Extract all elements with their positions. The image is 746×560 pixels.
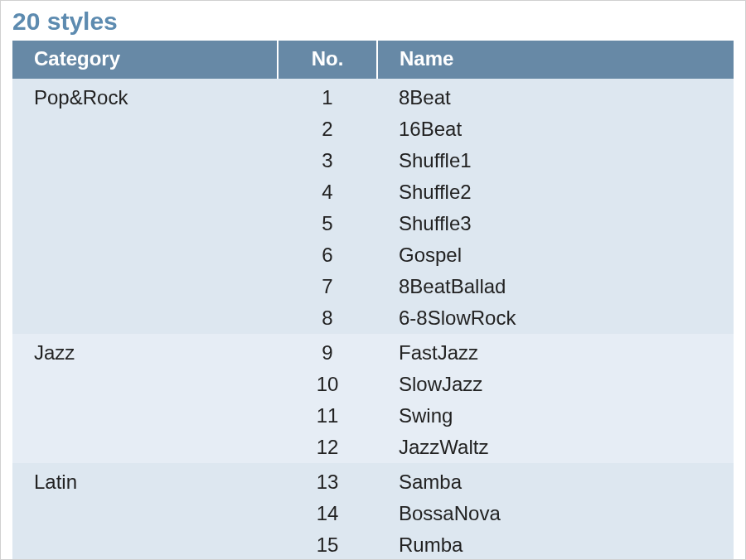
table-row: 12JazzWaltz [12, 432, 734, 463]
cell-name: Samba [377, 463, 734, 498]
cell-no: 11 [278, 400, 377, 432]
cell-no: 13 [278, 463, 377, 498]
styles-table: Category No. Name Pop&Rock18Beat216Beat3… [12, 41, 734, 560]
cell-name: SlowJazz [377, 369, 734, 400]
cell-category [12, 271, 278, 302]
cell-no: 12 [278, 432, 377, 463]
table-row: 3Shuffle1 [12, 145, 734, 176]
cell-no: 3 [278, 145, 377, 176]
cell-category [12, 145, 278, 176]
table-row: 4Shuffle2 [12, 176, 734, 208]
cell-no: 15 [278, 529, 377, 560]
cell-no: 1 [278, 79, 377, 113]
cell-category: Pop&Rock [12, 79, 278, 113]
cell-category [12, 498, 278, 529]
col-header-no: No. [278, 41, 377, 79]
cell-no: 7 [278, 271, 377, 302]
cell-category [12, 176, 278, 208]
table-row: 216Beat [12, 113, 734, 145]
cell-category [12, 113, 278, 145]
cell-category [12, 208, 278, 239]
table-row: 6Gospel [12, 239, 734, 271]
cell-name: 8Beat [377, 79, 734, 113]
cell-category: Jazz [12, 334, 278, 369]
cell-no: 10 [278, 369, 377, 400]
cell-no: 6 [278, 239, 377, 271]
col-header-name: Name [377, 41, 734, 79]
cell-name: Shuffle3 [377, 208, 734, 239]
cell-category [12, 400, 278, 432]
cell-category: Latin [12, 463, 278, 498]
table-header-row: Category No. Name [12, 41, 734, 79]
cell-no: 14 [278, 498, 377, 529]
cell-category [12, 239, 278, 271]
table-row: 14BossaNova [12, 498, 734, 529]
table-row: 78BeatBallad [12, 271, 734, 302]
cell-name: 8BeatBallad [377, 271, 734, 302]
cell-name: Rumba [377, 529, 734, 560]
cell-no: 9 [278, 334, 377, 369]
cell-name: Shuffle2 [377, 176, 734, 208]
table-row: Pop&Rock18Beat [12, 79, 734, 113]
cell-no: 4 [278, 176, 377, 208]
table-row: 10SlowJazz [12, 369, 734, 400]
cell-name: Shuffle1 [377, 145, 734, 176]
styles-table-wrap: Category No. Name Pop&Rock18Beat216Beat3… [1, 41, 745, 560]
table-row: 15Rumba [12, 529, 734, 560]
table-row: 86-8SlowRock [12, 302, 734, 334]
cell-category [12, 529, 278, 560]
cell-name: 6-8SlowRock [377, 302, 734, 334]
cell-name: Gospel [377, 239, 734, 271]
table-row: Latin13Samba [12, 463, 734, 498]
cell-name: 16Beat [377, 113, 734, 145]
cell-name: JazzWaltz [377, 432, 734, 463]
cell-name: Swing [377, 400, 734, 432]
table-row: 5Shuffle3 [12, 208, 734, 239]
table-row: Jazz9FastJazz [12, 334, 734, 369]
cell-category [12, 302, 278, 334]
cell-no: 5 [278, 208, 377, 239]
table-row: 11Swing [12, 400, 734, 432]
cell-category [12, 432, 278, 463]
col-header-category: Category [12, 41, 278, 79]
cell-no: 8 [278, 302, 377, 334]
cell-no: 2 [278, 113, 377, 145]
cell-name: FastJazz [377, 334, 734, 369]
cell-name: BossaNova [377, 498, 734, 529]
styles-panel: 20 styles Category No. Name Pop&Rock18Be… [0, 0, 746, 560]
cell-category [12, 369, 278, 400]
page-title: 20 styles [1, 1, 745, 41]
